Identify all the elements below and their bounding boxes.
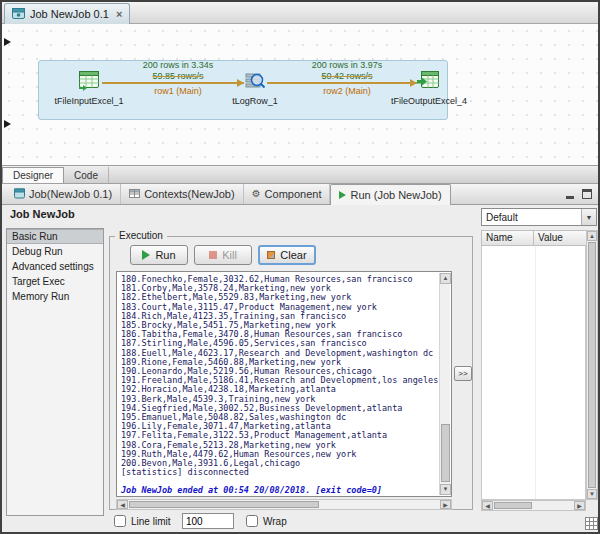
scrollbar-thumb[interactable] — [588, 242, 596, 488]
tab-label: Contexts(NewJob) — [144, 188, 234, 200]
context-vertical-scrollbar[interactable]: ▲ ▼ — [586, 230, 598, 500]
nav-item-target-exec[interactable]: Target Exec — [7, 274, 103, 289]
excel-input-icon — [77, 68, 101, 94]
execution-group: Execution Run Kill Clear 180.Fonechko,Fe… — [109, 236, 473, 510]
execution-group-label: Execution — [115, 230, 167, 241]
scroll-down-icon[interactable]: ▼ — [440, 484, 451, 495]
tab-label: Job(NewJob 0.1) — [29, 188, 112, 200]
fastview-marker-icon — [4, 38, 11, 46]
wrap-label: Wrap — [263, 516, 287, 527]
maximize-icon[interactable] — [582, 189, 592, 199]
context-select-value: Default — [482, 212, 581, 223]
context-table-header: Name Value — [481, 230, 587, 246]
excel-output-icon — [417, 68, 441, 94]
tab-component[interactable]: ⚙ Component — [244, 184, 331, 204]
job-icon — [14, 188, 25, 201]
grid-icon[interactable] — [585, 517, 598, 532]
run-button[interactable]: Run — [130, 245, 188, 265]
kill-button[interactable]: Kill — [194, 245, 252, 265]
context-select[interactable]: Default ▼ — [481, 208, 597, 226]
tab-job[interactable]: Job(NewJob 0.1) — [6, 184, 121, 204]
gear-icon: ⚙ — [252, 189, 261, 199]
console-horizontal-scrollbar[interactable]: ◀ ▶ — [116, 499, 452, 510]
kill-stop-icon — [209, 251, 217, 259]
context-horizontal-scrollbar[interactable]: ◀ ▶ — [481, 500, 586, 511]
clear-eraser-icon — [267, 251, 275, 259]
component-label: tFileInputExcel_1 — [54, 96, 123, 106]
tab-label: Run (Job NewJob) — [350, 189, 441, 201]
component-label: tFileOutputExcel_4 — [391, 96, 467, 106]
component-tlogrow[interactable]: tLogRow_1 — [207, 70, 303, 106]
tab-code[interactable]: Code — [64, 167, 109, 183]
editor-tabbar: Job NewJob 0.1 × — [2, 2, 598, 24]
editor-tab-job[interactable]: Job NewJob 0.1 × — [4, 3, 130, 24]
tab-run[interactable]: Run (Job NewJob) — [330, 184, 450, 205]
fastview-marker-icon — [4, 120, 11, 128]
clear-button[interactable]: Clear — [258, 245, 316, 265]
column-header-name[interactable]: Name — [481, 230, 534, 246]
column-divider — [535, 246, 536, 499]
run-nav: Basic Run Debug Run Advanced settings Ta… — [6, 228, 104, 516]
scroll-right-icon[interactable]: ▶ — [574, 501, 585, 510]
chevron-down-icon[interactable]: ▼ — [581, 209, 596, 225]
line-limit-label: Line limit — [131, 516, 170, 527]
nav-item-memory-run[interactable]: Memory Run — [7, 289, 103, 304]
scroll-left-icon[interactable]: ◀ — [117, 500, 128, 509]
editor-tab-label: Job NewJob 0.1 — [30, 8, 109, 20]
view-tabbar: Job(NewJob 0.1) Contexts(NewJob) ⚙ Compo… — [2, 184, 598, 205]
talend-window: Job NewJob 0.1 × 200 rows in 3.34s 59.85… — [0, 0, 600, 534]
contexts-table-icon — [129, 188, 140, 201]
expand-context-button[interactable]: >> — [454, 366, 472, 381]
execution-console[interactable]: 180.Fonechko,Female,3032.62,Human Resour… — [116, 271, 452, 497]
console-end-message: Job NewJob ended at 00:54 20/08/2018. [e… — [117, 477, 451, 495]
wrap-checkbox[interactable] — [246, 515, 258, 527]
bottom-panel: Job(NewJob 0.1) Contexts(NewJob) ⚙ Compo… — [2, 184, 598, 532]
console-vertical-scrollbar[interactable]: ▲ ▼ — [439, 273, 450, 495]
line-limit-checkbox[interactable] — [114, 515, 126, 527]
tab-contexts[interactable]: Contexts(NewJob) — [121, 184, 243, 204]
column-header-value[interactable]: Value — [534, 230, 587, 246]
component-label: tLogRow_1 — [232, 96, 278, 106]
run-play-icon — [142, 250, 150, 260]
play-icon — [339, 191, 346, 199]
design-canvas[interactable]: 200 rows in 3.34s 59.85 rows/s row1 (Mai… — [2, 24, 598, 166]
nav-item-basic-run[interactable]: Basic Run — [7, 229, 103, 244]
logrow-magnifier-icon — [244, 70, 266, 94]
designer-code-tabstrip: Designer Code — [2, 167, 598, 184]
component-tfileinputexcel[interactable]: tFileInputExcel_1 — [41, 68, 137, 106]
nav-item-advanced-settings[interactable]: Advanced settings — [7, 259, 103, 274]
nav-item-debug-run[interactable]: Debug Run — [7, 244, 103, 259]
scrollbar-thumb[interactable] — [129, 501, 319, 508]
close-icon[interactable]: × — [116, 8, 122, 20]
scroll-up-icon[interactable]: ▲ — [587, 231, 597, 241]
scroll-left-icon[interactable]: ◀ — [482, 501, 493, 510]
tab-designer[interactable]: Designer — [2, 167, 64, 183]
scroll-up-icon[interactable]: ▲ — [440, 273, 451, 284]
line-limit-input[interactable] — [182, 513, 234, 529]
console-output: 180.Fonechko,Female,3032.62,Human Resour… — [117, 272, 451, 477]
tab-label: Component — [265, 188, 322, 200]
minimize-icon[interactable] — [565, 189, 576, 200]
job-icon — [12, 7, 25, 22]
scroll-down-icon[interactable]: ▼ — [587, 489, 597, 499]
component-tfileoutputexcel[interactable]: tFileOutputExcel_4 — [381, 68, 477, 106]
scrollbar-thumb[interactable] — [494, 502, 532, 509]
context-table-body[interactable] — [481, 246, 586, 500]
scroll-right-icon[interactable]: ▶ — [440, 500, 451, 509]
page-title: Job NewJob — [10, 208, 75, 220]
scrollbar-thumb[interactable] — [441, 424, 450, 482]
